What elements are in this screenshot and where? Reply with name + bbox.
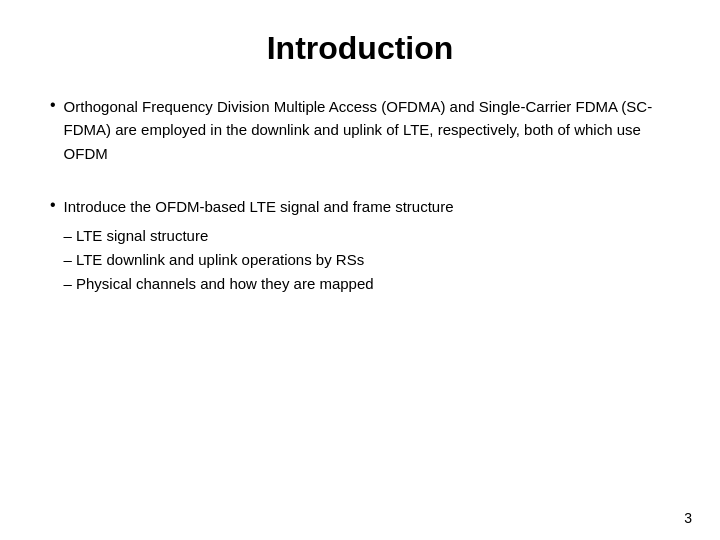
sub-bullet-text-1: LTE signal structure <box>76 224 208 248</box>
sub-bullet-text-3: Physical channels and how they are mappe… <box>76 272 374 296</box>
sub-bullet-item-3: – Physical channels and how they are map… <box>64 272 454 296</box>
bullet-dot-1: • <box>50 96 56 114</box>
slide-container: Introduction • Orthogonal Frequency Divi… <box>0 0 720 540</box>
bullet-dot-2: • <box>50 196 56 214</box>
sub-bullets-2: – LTE signal structure – LTE downlink an… <box>64 224 454 296</box>
sub-bullet-dash-3: – <box>64 272 72 296</box>
bullet-text-1: Orthogonal Frequency Division Multiple A… <box>64 95 670 165</box>
bullet-text-2: Introduce the OFDM-based LTE signal and … <box>64 195 454 218</box>
sub-bullet-text-2: LTE downlink and uplink operations by RS… <box>76 248 364 272</box>
sub-bullet-item-2: – LTE downlink and uplink operations by … <box>64 248 454 272</box>
sub-bullet-dash-1: – <box>64 224 72 248</box>
slide-title: Introduction <box>40 20 680 67</box>
content-area: • Orthogonal Frequency Division Multiple… <box>40 95 680 296</box>
bullet-item-1: • Orthogonal Frequency Division Multiple… <box>50 95 670 165</box>
sub-bullet-dash-2: – <box>64 248 72 272</box>
sub-bullet-item-1: – LTE signal structure <box>64 224 454 248</box>
bullet-item-2: • Introduce the OFDM-based LTE signal an… <box>50 195 670 296</box>
bullet-content-2: Introduce the OFDM-based LTE signal and … <box>64 195 454 296</box>
page-number: 3 <box>684 510 692 526</box>
